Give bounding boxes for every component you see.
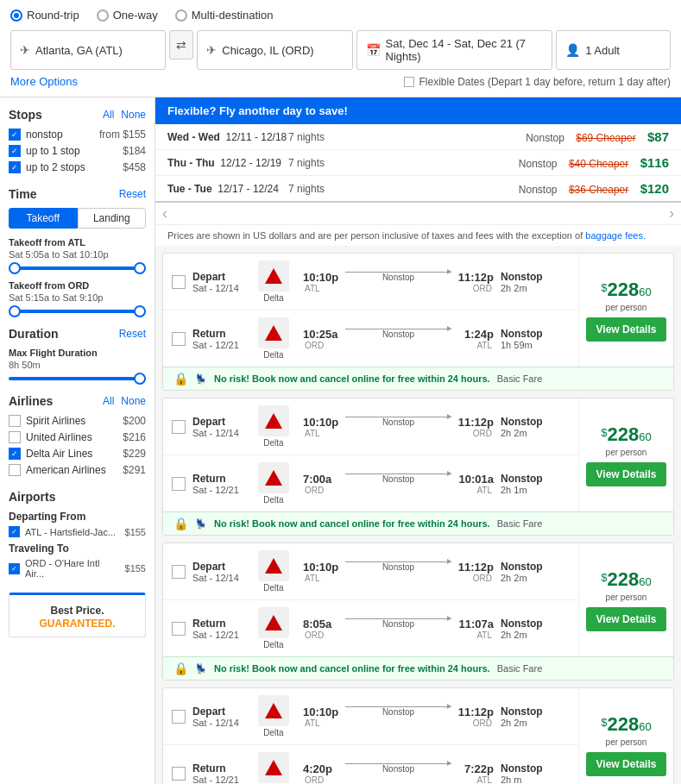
seg-0-0-arrive-time: 11:12p (455, 271, 494, 284)
flexible-dates-checkbox[interactable] (404, 77, 414, 87)
stops-links: All None (103, 109, 146, 121)
promo-0-seat-icon: 💺 (195, 373, 207, 385)
more-options-link[interactable]: More Options (10, 75, 78, 88)
duration-reset-link[interactable]: Reset (119, 328, 146, 340)
airline-delta-checkbox[interactable]: ✓ (9, 448, 21, 460)
best-price-guaranteed: GUARANTEED. (39, 618, 115, 630)
landing-tab[interactable]: Landing (78, 208, 147, 229)
takeoff-tab[interactable]: Takeoff (9, 208, 78, 229)
seg-3-1-arrive-airport: ATL (476, 775, 492, 785)
seg-0-1-nonstop: Nonstop (382, 329, 414, 339)
flexible-dates-option[interactable]: Flexible Dates (Depart 1 day before, ret… (404, 76, 671, 88)
stop-1stop-checkbox[interactable]: ✓ (9, 145, 21, 157)
flight-3-view-details-btn[interactable]: View Details (586, 752, 666, 776)
flight-card-1-segments-price: Depart Sat - 12/14 Delta 10:10p Nonstop (163, 398, 673, 511)
seg-2-0-checkbox[interactable] (172, 565, 186, 579)
seg-0-1-arrive-time: 1:24p (455, 328, 494, 341)
date-field[interactable]: 📅 Sat, Dec 14 - Sat, Dec 21 (7 Nights) (356, 30, 553, 70)
seg-3-1-stop-info: Nonstop 2h m (501, 762, 570, 785)
flight-card-2: Depart Sat - 12/14 Delta 10:10p Nonstop (162, 543, 674, 681)
time-reset-link[interactable]: Reset (119, 188, 146, 200)
stops-all-link[interactable]: All (103, 109, 114, 121)
flight-card-3-segments-price: Depart Sat - 12/14 Delta 10:10p Nonstop (163, 688, 673, 784)
takeoff-ord-left-thumb[interactable] (9, 305, 21, 317)
multidest-option[interactable]: Multi-destination (175, 9, 274, 22)
airline-american-checkbox[interactable] (9, 464, 21, 476)
airlines-none-link[interactable]: None (121, 395, 146, 407)
seg-0-0-stop-label: Nonstop (501, 271, 570, 283)
duration-thumb[interactable] (134, 373, 146, 385)
airline-united-checkbox[interactable] (9, 431, 21, 443)
flex-row-1[interactable]: Thu - Thu 12/12 - 12/19 7 nights Nonstop… (155, 150, 681, 176)
stop-2stop-row[interactable]: ✓ up to 2 stops $458 (9, 161, 146, 173)
stop-2stop-checkbox[interactable]: ✓ (9, 161, 21, 173)
seg-3-1-type: Return (192, 762, 244, 775)
promo-1-icon: 🔒 (173, 517, 188, 530)
seg-0-1-checkbox[interactable] (172, 332, 186, 346)
swap-button[interactable]: ⇄ (169, 30, 193, 60)
seg-3-0-info: Depart Sat - 12/14 (192, 706, 244, 728)
seg-3-0-checkbox[interactable] (172, 710, 186, 724)
roundtrip-radio[interactable] (10, 9, 22, 22)
multidest-radio[interactable] (175, 9, 187, 22)
flex-row-0-days: Wed - Wed 12/11 - 12/18 (167, 131, 288, 143)
stops-none-link[interactable]: None (121, 109, 146, 121)
takeoff-atl-left-thumb[interactable] (9, 262, 21, 274)
oneway-radio[interactable] (97, 9, 109, 22)
stop-1stop-row[interactable]: ✓ up to 1 stop $184 (9, 145, 146, 157)
passengers-field[interactable]: 👤 1 Adult (556, 30, 671, 70)
delta-triangle-icon (265, 760, 282, 775)
baggage-fees-link[interactable]: baggage fees. (585, 230, 646, 241)
plane-arrive-icon: ✈ (206, 43, 217, 57)
seg-0-1-date: Sat - 12/21 (192, 340, 244, 350)
flight-1-segment-0: Depart Sat - 12/14 Delta 10:10p Nonstop (163, 398, 578, 455)
flight-0-view-details-btn[interactable]: View Details (586, 317, 666, 342)
seg-2-1-checkbox[interactable] (172, 622, 186, 636)
departing-atl-price: $155 (125, 527, 146, 537)
stop-nonstop-row[interactable]: ✓ nonstop from $155 (9, 129, 146, 141)
destination-field[interactable]: ✈ Chicago, IL (ORD) (197, 30, 352, 70)
flex-row-0-stop-label: Nonstop (526, 132, 564, 144)
seg-1-0-date: Sat - 12/14 (192, 428, 244, 438)
seg-0-0-checkbox[interactable] (172, 275, 186, 289)
flex-table: Wed - Wed 12/11 - 12/18 7 nights Nonstop… (155, 124, 681, 203)
seg-1-0-checkbox[interactable] (172, 420, 186, 434)
flex-row-0-price: $87 (647, 129, 669, 144)
takeoff-ord-track[interactable] (9, 310, 146, 313)
departing-atl-row[interactable]: ✓ ATL - Hartsfield-Jac... $155 (9, 526, 146, 537)
seg-1-1-stop-label: Nonstop (501, 473, 570, 485)
takeoff-atl-track[interactable] (9, 267, 146, 270)
flex-row-0[interactable]: Wed - Wed 12/11 - 12/18 7 nights Nonstop… (155, 124, 681, 150)
flex-row-2[interactable]: Tue - Tue 12/17 - 12/24 7 nights Nonstop… (155, 176, 681, 201)
flight-card-2-segments: Depart Sat - 12/14 Delta 10:10p Nonstop (163, 543, 578, 656)
airlines-all-link[interactable]: All (103, 395, 114, 407)
seg-1-1-duration: 2h 1m (501, 485, 570, 495)
seg-2-0-logo (258, 550, 289, 581)
seg-1-1-checkbox[interactable] (172, 477, 186, 491)
flight-card-1: Depart Sat - 12/14 Delta 10:10p Nonstop (162, 398, 674, 536)
seg-3-1-checkbox[interactable] (172, 767, 186, 781)
airline-delta-row[interactable]: ✓ Delta Air Lines $229 (9, 448, 146, 460)
flight-2-view-details-btn[interactable]: View Details (586, 607, 666, 631)
roundtrip-option[interactable]: Round-trip (10, 9, 79, 22)
arriving-ord-row[interactable]: ✓ ORD - O'Hare Intl Air... $155 (9, 558, 146, 579)
arriving-ord-checkbox[interactable]: ✓ (9, 563, 20, 574)
scroll-left-icon: ‹ (162, 204, 167, 223)
airline-spirit-checkbox[interactable] (9, 415, 21, 427)
duration-track[interactable] (9, 377, 146, 380)
seg-2-0-times: 10:10p Nonstop 11:12p ATL ORD (303, 561, 494, 583)
flight-1-view-details-btn[interactable]: View Details (586, 462, 666, 486)
seg-3-0-logo (258, 695, 289, 726)
origin-field[interactable]: ✈ Atlanta, GA (ATL) (10, 30, 166, 70)
departing-atl-checkbox[interactable]: ✓ (9, 526, 20, 537)
arriving-ord-name: ORD - O'Hare Intl Air... (25, 558, 120, 579)
airline-united-row[interactable]: United Airlines $216 (9, 431, 146, 443)
takeoff-atl-right-thumb[interactable] (134, 262, 146, 274)
flex-banner-title: Flexible? Fly another day to save! (167, 104, 348, 117)
airline-spirit-row[interactable]: Spirit Airlines $200 (9, 415, 146, 427)
seg-1-0-airline: Delta (251, 405, 296, 448)
takeoff-ord-right-thumb[interactable] (134, 305, 146, 317)
oneway-option[interactable]: One-way (97, 9, 158, 22)
airline-american-row[interactable]: American Airlines $291 (9, 464, 146, 476)
stop-nonstop-checkbox[interactable]: ✓ (9, 129, 21, 141)
